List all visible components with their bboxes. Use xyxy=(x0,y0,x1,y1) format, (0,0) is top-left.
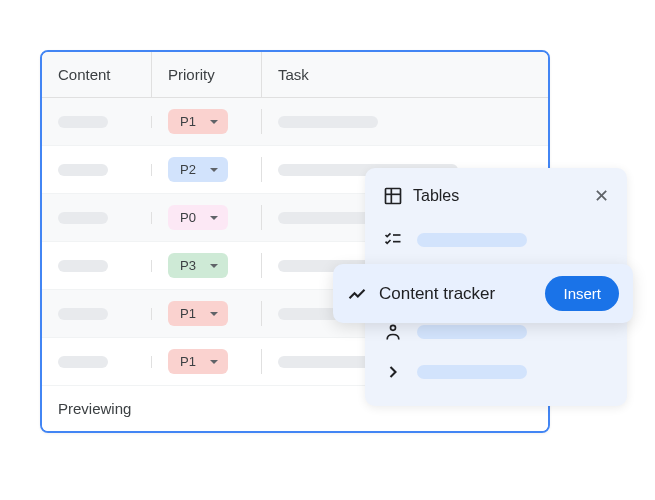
trend-icon xyxy=(347,284,367,304)
table-icon xyxy=(383,186,403,206)
table-header-row: Content Priority Task xyxy=(42,52,548,98)
popup-highlight-content-tracker[interactable]: Content tracker Insert xyxy=(333,264,633,323)
priority-chip[interactable]: P1 xyxy=(168,109,228,134)
popup-option-more[interactable] xyxy=(365,352,627,392)
chevron-down-icon xyxy=(210,312,218,316)
person-icon xyxy=(383,322,403,342)
popup-option-checklist[interactable] xyxy=(365,220,627,260)
content-placeholder xyxy=(58,212,108,224)
popup-highlight-label: Content tracker xyxy=(379,284,533,304)
priority-label: P3 xyxy=(180,258,196,273)
chevron-down-icon xyxy=(210,120,218,124)
chevron-right-icon xyxy=(383,362,403,382)
priority-label: P1 xyxy=(180,306,196,321)
insert-button[interactable]: Insert xyxy=(545,276,619,311)
chevron-down-icon xyxy=(210,360,218,364)
popup-option-placeholder xyxy=(417,365,527,379)
table-row[interactable]: P1 xyxy=(42,98,548,146)
checklist-icon xyxy=(383,230,403,250)
svg-rect-0 xyxy=(386,189,401,204)
priority-label: P0 xyxy=(180,210,196,225)
priority-chip[interactable]: P3 xyxy=(168,253,228,278)
chevron-down-icon xyxy=(210,264,218,268)
popup-option-placeholder xyxy=(417,325,527,339)
chevron-down-icon xyxy=(210,216,218,220)
priority-chip[interactable]: P0 xyxy=(168,205,228,230)
popup-header: Tables ✕ xyxy=(365,186,627,220)
priority-chip[interactable]: P1 xyxy=(168,301,228,326)
close-icon[interactable]: ✕ xyxy=(594,187,609,205)
content-placeholder xyxy=(58,260,108,272)
task-placeholder xyxy=(278,212,378,224)
content-placeholder xyxy=(58,164,108,176)
priority-label: P1 xyxy=(180,354,196,369)
priority-label: P1 xyxy=(180,114,196,129)
content-placeholder xyxy=(58,356,108,368)
priority-chip[interactable]: P2 xyxy=(168,157,228,182)
popup-option-placeholder xyxy=(417,233,527,247)
popup-title: Tables xyxy=(413,187,459,205)
task-placeholder xyxy=(278,116,378,128)
column-header-priority[interactable]: Priority xyxy=(152,52,262,97)
priority-label: P2 xyxy=(180,162,196,177)
content-placeholder xyxy=(58,116,108,128)
column-header-content[interactable]: Content xyxy=(42,52,152,97)
column-header-task[interactable]: Task xyxy=(262,52,548,97)
priority-chip[interactable]: P1 xyxy=(168,349,228,374)
svg-point-5 xyxy=(391,325,396,330)
content-placeholder xyxy=(58,308,108,320)
insert-tables-popup: Tables ✕ Content tracker Insert xyxy=(365,168,627,406)
chevron-down-icon xyxy=(210,168,218,172)
